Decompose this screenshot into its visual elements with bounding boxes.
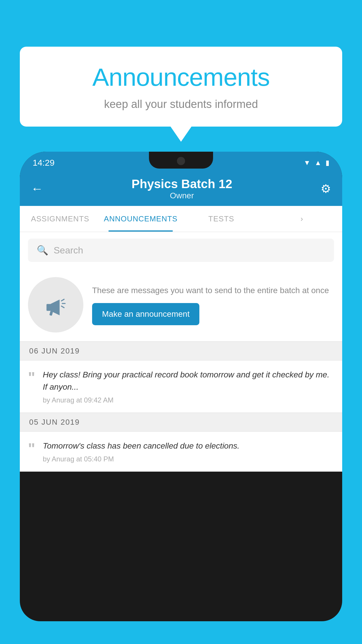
signal-icon: ▲: [314, 159, 321, 167]
phone-container: 14:29 ▼ ▲ ▮ ← Physics Batch 12 Owner ⚙ A…: [20, 152, 342, 644]
announcement-text-1: Hey class! Bring your practical record b…: [43, 369, 334, 404]
tab-more[interactable]: ›: [262, 206, 342, 232]
app-bar: ← Physics Batch 12 Owner ⚙: [20, 172, 342, 206]
quote-icon-2: ": [28, 441, 35, 456]
tab-assignments[interactable]: ASSIGNMENTS: [20, 206, 101, 232]
tab-tests[interactable]: TESTS: [181, 206, 262, 232]
announcement-item-1: " Hey class! Bring your practical record…: [20, 360, 342, 413]
status-time: 14:29: [33, 158, 55, 168]
tabs-bar: ASSIGNMENTS ANNOUNCEMENTS TESTS ›: [20, 206, 342, 232]
speech-bubble-subtitle: keep all your students informed: [37, 98, 325, 111]
back-button[interactable]: ←: [31, 182, 43, 196]
battery-icon: ▮: [326, 159, 329, 167]
app-bar-title-group: Physics Batch 12 Owner: [131, 177, 232, 200]
svg-rect-0: [47, 304, 51, 311]
phone-frame: 14:29 ▼ ▲ ▮ ← Physics Batch 12 Owner ⚙ A…: [20, 152, 342, 621]
content-area: 🔍 Search: [20, 232, 342, 472]
wifi-icon: ▼: [303, 159, 310, 167]
svg-line-1: [61, 299, 64, 301]
tab-announcements[interactable]: ANNOUNCEMENTS: [101, 206, 181, 232]
announcement-text-2: Tomorrow's class has been cancelled due …: [43, 440, 334, 463]
search-icon: 🔍: [37, 245, 48, 256]
announcement-meta-1: by Anurag at 09:42 AM: [43, 396, 334, 404]
announcement-item-2: " Tomorrow's class has been cancelled du…: [20, 432, 342, 472]
app-bar-title: Physics Batch 12: [131, 177, 232, 191]
app-bar-subtitle: Owner: [131, 191, 232, 200]
speech-bubble-container: Announcements keep all your students inf…: [20, 47, 342, 127]
announcement-icon-circle: [28, 277, 83, 332]
status-icons: ▼ ▲ ▮: [303, 159, 329, 167]
svg-line-3: [61, 306, 64, 308]
date-separator-1: 06 JUN 2019: [20, 342, 342, 360]
speech-bubble: Announcements keep all your students inf…: [20, 47, 342, 127]
announcement-message-1: Hey class! Bring your practical record b…: [43, 369, 334, 393]
search-placeholder: Search: [54, 245, 83, 256]
phone-screen: 14:29 ▼ ▲ ▮ ← Physics Batch 12 Owner ⚙ A…: [20, 152, 342, 621]
svg-rect-4: [49, 311, 53, 316]
announcement-prompt-text: These are messages you want to send to t…: [92, 284, 334, 297]
phone-notch: [149, 152, 213, 169]
announcement-prompt: These are messages you want to send to t…: [20, 268, 342, 342]
quote-icon-1: ": [28, 370, 35, 385]
search-bar[interactable]: 🔍 Search: [28, 239, 334, 262]
announcement-message-2: Tomorrow's class has been cancelled due …: [43, 440, 334, 452]
megaphone-icon: [43, 292, 69, 318]
announcement-meta-2: by Anurag at 05:40 PM: [43, 455, 334, 463]
speech-bubble-title: Announcements: [37, 63, 325, 92]
camera: [177, 157, 185, 165]
make-announcement-button[interactable]: Make an announcement: [92, 303, 199, 325]
search-container: 🔍 Search: [20, 232, 342, 268]
announcement-prompt-right: These are messages you want to send to t…: [92, 284, 334, 325]
settings-icon[interactable]: ⚙: [321, 182, 331, 195]
date-separator-2: 05 JUN 2019: [20, 413, 342, 432]
